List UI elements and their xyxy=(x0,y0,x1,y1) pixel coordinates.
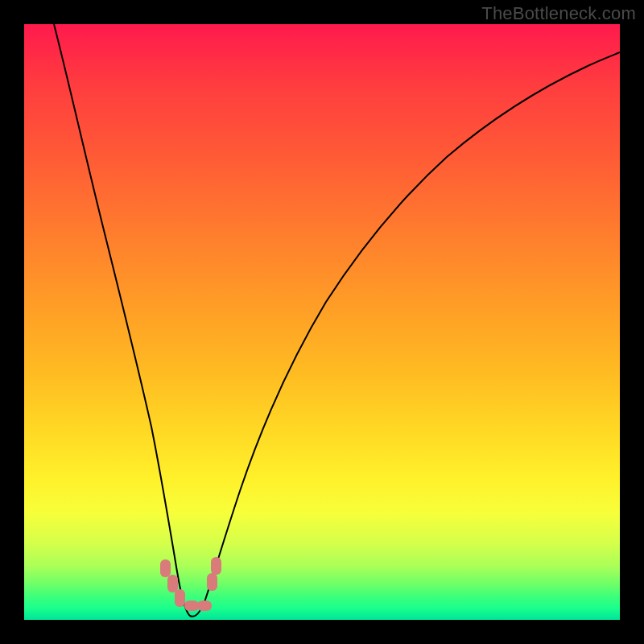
watermark-text: TheBottleneck.com xyxy=(481,3,636,24)
marker-dot xyxy=(175,589,185,607)
plot-area xyxy=(24,24,620,620)
marker-dot xyxy=(184,601,199,611)
marker-dot xyxy=(167,575,178,592)
marker-dot xyxy=(197,601,212,611)
marker-dot xyxy=(207,573,217,591)
valley-markers xyxy=(160,557,221,611)
chart-frame: TheBottleneck.com xyxy=(0,0,644,644)
bottleneck-curve xyxy=(54,24,620,617)
marker-dot xyxy=(160,559,171,577)
marker-dot xyxy=(211,557,221,575)
curve-svg xyxy=(24,24,620,620)
